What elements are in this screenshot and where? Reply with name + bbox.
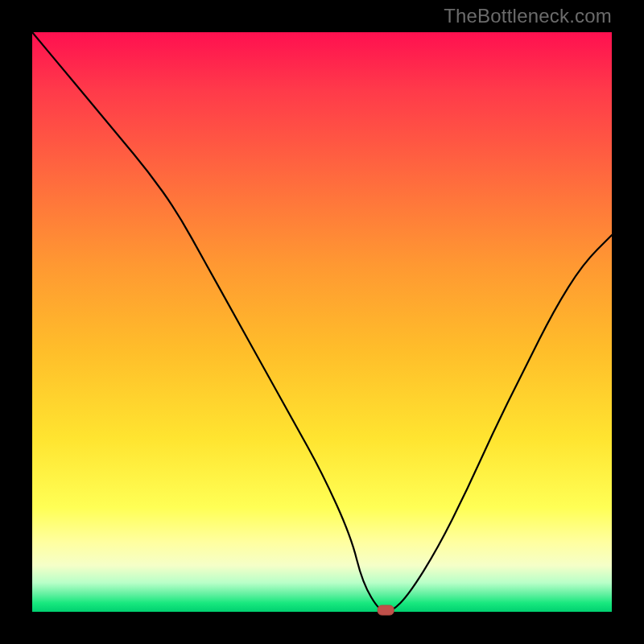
plot-svg	[32, 32, 612, 612]
chart-frame: TheBottleneck.com	[0, 0, 644, 644]
watermark-label: TheBottleneck.com	[444, 5, 612, 27]
bottleneck-curve	[32, 32, 612, 612]
optimal-marker	[378, 605, 394, 615]
plot-area	[32, 32, 612, 612]
